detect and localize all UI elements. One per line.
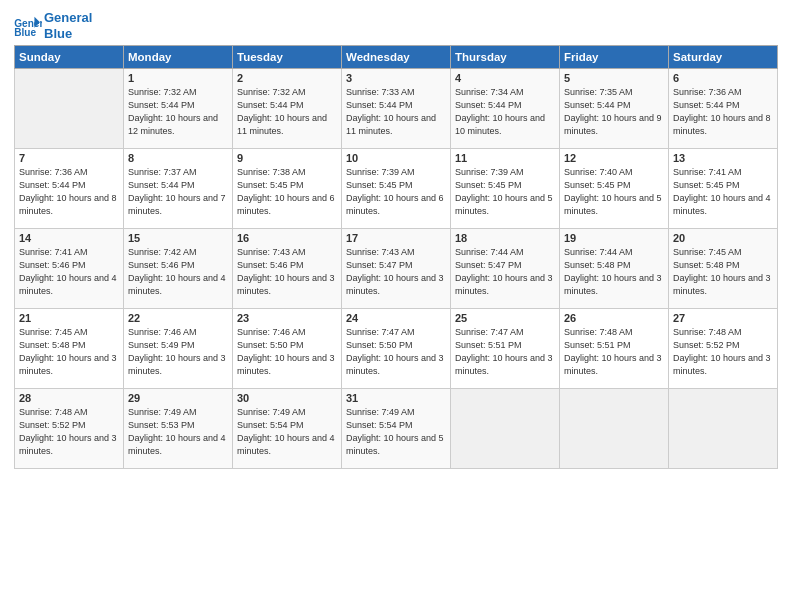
day-info: Sunrise: 7:36 AMSunset: 5:44 PMDaylight:… bbox=[673, 86, 773, 138]
day-number: 18 bbox=[455, 232, 555, 244]
day-cell: 13 Sunrise: 7:41 AMSunset: 5:45 PMDaylig… bbox=[669, 149, 778, 229]
day-cell: 3 Sunrise: 7:33 AMSunset: 5:44 PMDayligh… bbox=[342, 69, 451, 149]
day-info: Sunrise: 7:33 AMSunset: 5:44 PMDaylight:… bbox=[346, 86, 446, 138]
day-cell: 19 Sunrise: 7:44 AMSunset: 5:48 PMDaylig… bbox=[560, 229, 669, 309]
day-info: Sunrise: 7:45 AMSunset: 5:48 PMDaylight:… bbox=[673, 246, 773, 298]
day-info: Sunrise: 7:47 AMSunset: 5:50 PMDaylight:… bbox=[346, 326, 446, 378]
header-monday: Monday bbox=[124, 46, 233, 69]
day-cell: 23 Sunrise: 7:46 AMSunset: 5:50 PMDaylig… bbox=[233, 309, 342, 389]
day-number: 11 bbox=[455, 152, 555, 164]
logo: General Blue General Blue bbox=[14, 10, 92, 41]
day-info: Sunrise: 7:44 AMSunset: 5:48 PMDaylight:… bbox=[564, 246, 664, 298]
week-row-1: 7 Sunrise: 7:36 AMSunset: 5:44 PMDayligh… bbox=[15, 149, 778, 229]
day-cell: 27 Sunrise: 7:48 AMSunset: 5:52 PMDaylig… bbox=[669, 309, 778, 389]
day-number: 30 bbox=[237, 392, 337, 404]
calendar-table: SundayMondayTuesdayWednesdayThursdayFrid… bbox=[14, 45, 778, 469]
day-cell: 18 Sunrise: 7:44 AMSunset: 5:47 PMDaylig… bbox=[451, 229, 560, 309]
week-row-3: 21 Sunrise: 7:45 AMSunset: 5:48 PMDaylig… bbox=[15, 309, 778, 389]
logo-blue: Blue bbox=[44, 26, 92, 42]
day-number: 22 bbox=[128, 312, 228, 324]
day-info: Sunrise: 7:37 AMSunset: 5:44 PMDaylight:… bbox=[128, 166, 228, 218]
svg-text:Blue: Blue bbox=[14, 27, 36, 37]
day-cell: 30 Sunrise: 7:49 AMSunset: 5:54 PMDaylig… bbox=[233, 389, 342, 469]
day-cell: 11 Sunrise: 7:39 AMSunset: 5:45 PMDaylig… bbox=[451, 149, 560, 229]
day-number: 6 bbox=[673, 72, 773, 84]
day-number: 26 bbox=[564, 312, 664, 324]
day-cell: 12 Sunrise: 7:40 AMSunset: 5:45 PMDaylig… bbox=[560, 149, 669, 229]
calendar-header-row: SundayMondayTuesdayWednesdayThursdayFrid… bbox=[15, 46, 778, 69]
logo-icon: General Blue bbox=[14, 15, 42, 37]
day-info: Sunrise: 7:49 AMSunset: 5:54 PMDaylight:… bbox=[237, 406, 337, 458]
day-number: 21 bbox=[19, 312, 119, 324]
day-number: 27 bbox=[673, 312, 773, 324]
day-number: 28 bbox=[19, 392, 119, 404]
day-number: 12 bbox=[564, 152, 664, 164]
day-info: Sunrise: 7:48 AMSunset: 5:52 PMDaylight:… bbox=[673, 326, 773, 378]
day-number: 29 bbox=[128, 392, 228, 404]
day-cell: 24 Sunrise: 7:47 AMSunset: 5:50 PMDaylig… bbox=[342, 309, 451, 389]
day-info: Sunrise: 7:43 AMSunset: 5:46 PMDaylight:… bbox=[237, 246, 337, 298]
day-info: Sunrise: 7:45 AMSunset: 5:48 PMDaylight:… bbox=[19, 326, 119, 378]
day-cell: 28 Sunrise: 7:48 AMSunset: 5:52 PMDaylig… bbox=[15, 389, 124, 469]
header-tuesday: Tuesday bbox=[233, 46, 342, 69]
header-wednesday: Wednesday bbox=[342, 46, 451, 69]
day-cell: 17 Sunrise: 7:43 AMSunset: 5:47 PMDaylig… bbox=[342, 229, 451, 309]
day-cell bbox=[560, 389, 669, 469]
day-info: Sunrise: 7:47 AMSunset: 5:51 PMDaylight:… bbox=[455, 326, 555, 378]
header: General Blue General Blue bbox=[14, 10, 778, 41]
day-number: 31 bbox=[346, 392, 446, 404]
day-info: Sunrise: 7:36 AMSunset: 5:44 PMDaylight:… bbox=[19, 166, 119, 218]
day-cell: 29 Sunrise: 7:49 AMSunset: 5:53 PMDaylig… bbox=[124, 389, 233, 469]
day-cell: 5 Sunrise: 7:35 AMSunset: 5:44 PMDayligh… bbox=[560, 69, 669, 149]
week-row-2: 14 Sunrise: 7:41 AMSunset: 5:46 PMDaylig… bbox=[15, 229, 778, 309]
day-number: 14 bbox=[19, 232, 119, 244]
day-info: Sunrise: 7:41 AMSunset: 5:46 PMDaylight:… bbox=[19, 246, 119, 298]
day-cell: 14 Sunrise: 7:41 AMSunset: 5:46 PMDaylig… bbox=[15, 229, 124, 309]
day-cell: 21 Sunrise: 7:45 AMSunset: 5:48 PMDaylig… bbox=[15, 309, 124, 389]
day-number: 4 bbox=[455, 72, 555, 84]
day-cell: 8 Sunrise: 7:37 AMSunset: 5:44 PMDayligh… bbox=[124, 149, 233, 229]
day-info: Sunrise: 7:32 AMSunset: 5:44 PMDaylight:… bbox=[237, 86, 337, 138]
day-number: 19 bbox=[564, 232, 664, 244]
day-info: Sunrise: 7:41 AMSunset: 5:45 PMDaylight:… bbox=[673, 166, 773, 218]
day-number: 25 bbox=[455, 312, 555, 324]
header-sunday: Sunday bbox=[15, 46, 124, 69]
day-cell bbox=[15, 69, 124, 149]
day-info: Sunrise: 7:48 AMSunset: 5:51 PMDaylight:… bbox=[564, 326, 664, 378]
day-info: Sunrise: 7:35 AMSunset: 5:44 PMDaylight:… bbox=[564, 86, 664, 138]
day-info: Sunrise: 7:32 AMSunset: 5:44 PMDaylight:… bbox=[128, 86, 228, 138]
day-cell bbox=[669, 389, 778, 469]
week-row-4: 28 Sunrise: 7:48 AMSunset: 5:52 PMDaylig… bbox=[15, 389, 778, 469]
day-number: 10 bbox=[346, 152, 446, 164]
header-thursday: Thursday bbox=[451, 46, 560, 69]
day-info: Sunrise: 7:39 AMSunset: 5:45 PMDaylight:… bbox=[346, 166, 446, 218]
day-cell: 25 Sunrise: 7:47 AMSunset: 5:51 PMDaylig… bbox=[451, 309, 560, 389]
day-number: 7 bbox=[19, 152, 119, 164]
day-cell: 26 Sunrise: 7:48 AMSunset: 5:51 PMDaylig… bbox=[560, 309, 669, 389]
header-friday: Friday bbox=[560, 46, 669, 69]
logo-general: General bbox=[44, 10, 92, 26]
day-number: 2 bbox=[237, 72, 337, 84]
day-cell: 20 Sunrise: 7:45 AMSunset: 5:48 PMDaylig… bbox=[669, 229, 778, 309]
week-row-0: 1 Sunrise: 7:32 AMSunset: 5:44 PMDayligh… bbox=[15, 69, 778, 149]
day-info: Sunrise: 7:46 AMSunset: 5:50 PMDaylight:… bbox=[237, 326, 337, 378]
day-info: Sunrise: 7:48 AMSunset: 5:52 PMDaylight:… bbox=[19, 406, 119, 458]
day-number: 15 bbox=[128, 232, 228, 244]
day-info: Sunrise: 7:34 AMSunset: 5:44 PMDaylight:… bbox=[455, 86, 555, 138]
day-number: 3 bbox=[346, 72, 446, 84]
day-number: 16 bbox=[237, 232, 337, 244]
day-number: 5 bbox=[564, 72, 664, 84]
day-number: 20 bbox=[673, 232, 773, 244]
day-cell: 7 Sunrise: 7:36 AMSunset: 5:44 PMDayligh… bbox=[15, 149, 124, 229]
day-cell: 6 Sunrise: 7:36 AMSunset: 5:44 PMDayligh… bbox=[669, 69, 778, 149]
day-number: 8 bbox=[128, 152, 228, 164]
day-cell: 1 Sunrise: 7:32 AMSunset: 5:44 PMDayligh… bbox=[124, 69, 233, 149]
day-info: Sunrise: 7:43 AMSunset: 5:47 PMDaylight:… bbox=[346, 246, 446, 298]
day-info: Sunrise: 7:44 AMSunset: 5:47 PMDaylight:… bbox=[455, 246, 555, 298]
day-cell: 15 Sunrise: 7:42 AMSunset: 5:46 PMDaylig… bbox=[124, 229, 233, 309]
day-number: 23 bbox=[237, 312, 337, 324]
day-cell: 4 Sunrise: 7:34 AMSunset: 5:44 PMDayligh… bbox=[451, 69, 560, 149]
day-info: Sunrise: 7:38 AMSunset: 5:45 PMDaylight:… bbox=[237, 166, 337, 218]
header-saturday: Saturday bbox=[669, 46, 778, 69]
day-number: 17 bbox=[346, 232, 446, 244]
